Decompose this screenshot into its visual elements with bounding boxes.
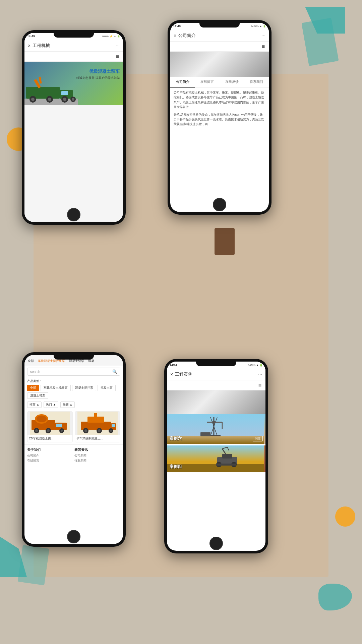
phone-1-hero-text: 优质混凝土泵车 竭诚为您服务 以客户的需求为先	[76, 68, 120, 80]
phone-4-home-btn[interactable]	[209, 537, 223, 550]
phone-4-case-6-label: 案例六	[170, 436, 182, 441]
phone-3-footer-link1-1[interactable]: 在线留言	[27, 459, 73, 463]
phone-2-title: 公司简介	[178, 33, 261, 39]
phone-2: 14:49 84.9K/s ▲ 🔋 × 公司简介 ··· ≡ 公司简介 在线留言…	[168, 20, 272, 215]
phone-3-footer-link2-0[interactable]: 公司新闻	[74, 453, 120, 458]
bg-teal-shape-bottom	[318, 584, 352, 610]
svg-point-45	[212, 421, 216, 424]
phone-1-signal-text: 0.6K/s	[102, 35, 109, 38]
phone-2-content: 公司产品有混凝土机械，其中泵车、拖泵、挖掘机、履带起重机、旋挖钻机、路面成套设备…	[170, 88, 269, 129]
phone-1: 14:49 0.6K/s ⚡ ▲ 🔋 × 工程机械 ··· ≡	[22, 30, 126, 225]
phone-1-title: 工程机械	[33, 43, 116, 49]
phone-3-home-btn[interactable]	[67, 530, 80, 543]
svg-point-33	[84, 429, 87, 432]
phone-3-cat-all[interactable]: 全部	[26, 358, 35, 364]
svg-rect-3	[61, 91, 68, 95]
phone-3-search-bar[interactable]: 🔍	[27, 368, 120, 376]
bg-brown-book	[215, 228, 235, 255]
phone-1-wifi-icon: ▲	[114, 35, 116, 38]
phone-3-sort-recommend[interactable]: 推荐 ▲	[27, 401, 42, 408]
phone-4-title: 工程案例	[175, 371, 258, 377]
phone-1-menu-bar: ≡	[24, 52, 123, 62]
phone-4-case-4-label: 案例四	[170, 464, 182, 470]
phone-2-notch	[199, 20, 240, 28]
phone-3-search-icon[interactable]: 🔍	[112, 369, 117, 374]
phone-3-search-input[interactable]	[30, 370, 112, 374]
phone-1-content	[24, 105, 123, 222]
phone-4-close-btn[interactable]: ×	[170, 372, 173, 377]
phone-4-case-6-btn[interactable]: 浏览	[253, 436, 263, 441]
phone-4-time: 14:51	[170, 363, 177, 367]
phone-1-status-icons: 0.6K/s ⚡ ▲ 🔋	[102, 35, 120, 38]
phone-4-screen: 14:51 146K/s ▲ 🔋 × 工程案例 ··· ≡	[167, 362, 265, 551]
phone-3-footer-heading2: 新闻资讯	[74, 447, 120, 452]
phone-4-header: × 工程案例 ···	[167, 368, 265, 380]
phone-3-sort-hot[interactable]: 热门 ▲	[44, 401, 58, 408]
phone-3-chip-mixer[interactable]: 车载混凝土搅拌泵	[41, 385, 71, 391]
phone-2-header: × 公司简介 ···	[170, 30, 269, 42]
phone-4-signal-text: 146K/s	[248, 364, 255, 366]
phone-4: 14:51 146K/s ▲ 🔋 × 工程案例 ··· ≡	[164, 359, 268, 553]
phone-1-hero: 优质混凝土泵车 竭诚为您服务 以客户的需求为先	[24, 62, 123, 105]
phone-4-hero-img	[167, 390, 265, 414]
phone-4-menu-bar: ≡	[167, 380, 265, 390]
svg-rect-51	[222, 454, 232, 459]
phone-2-menu-bar: ≡	[170, 42, 269, 52]
phone-1-close-btn[interactable]: ×	[28, 43, 31, 48]
phone-4-case-6-bg	[167, 414, 265, 444]
phone-3-footer: 关于我们 公司简介 在线留言 新闻资讯 公司新闻 行业新闻	[24, 444, 123, 466]
phone-3-chip-pump[interactable]: 混凝土泵	[98, 385, 116, 391]
phone-2-close-btn[interactable]: ×	[174, 33, 176, 38]
phone-1-hamburger-icon[interactable]: ≡	[116, 54, 119, 60]
phone-4-battery-icon: 🔋	[259, 364, 263, 367]
phone-4-case-4-bg	[167, 445, 265, 472]
phone-2-home-btn[interactable]	[213, 198, 226, 211]
phone-3-footer-link2-1[interactable]: 行业新闻	[74, 459, 120, 463]
phone-3-chip-mix2[interactable]: 混凝土搅拌泵	[72, 385, 96, 391]
phone-1-header: × 工程机械 ···	[24, 40, 123, 52]
phone-4-menu-btn[interactable]: ···	[258, 372, 262, 377]
phone-3-footer-link1-0[interactable]: 公司简介	[27, 453, 73, 458]
phone-3-sort-bar: 推荐 ▲ 热门 ▲ 最新 ▲	[24, 400, 123, 409]
phone-2-screen: 14:49 84.9K/s ▲ 🔋 × 公司简介 ··· ≡ 公司简介 在线留言…	[170, 23, 269, 212]
svg-rect-57	[216, 464, 236, 466]
phone-1-hero-subtitle: 竭诚为您服务 以客户的需求为先	[76, 76, 120, 80]
phone-1-menu-btn[interactable]: ···	[116, 43, 120, 48]
phone-2-para2: 秉承'品质改变世界'的使命，每年将销售收入的5%-7%用于研发，致力于将产品升级…	[174, 112, 265, 127]
phone-3-product-0[interactable]: C5车载混凝土搅...	[27, 411, 73, 442]
phone-2-tab-0[interactable]: 公司简介	[170, 77, 195, 88]
phone-3-product-0-name: C5车载混凝土搅...	[27, 435, 72, 442]
phone-3-sort-new[interactable]: 最新 ▲	[60, 401, 75, 408]
phone-1-home-btn[interactable]	[67, 208, 80, 221]
phone-4-hamburger-icon[interactable]: ≡	[258, 382, 261, 388]
svg-rect-5	[39, 77, 42, 84]
phone-2-time: 14:49	[173, 24, 181, 28]
phone-4-notch	[196, 359, 236, 366]
phone-2-tab-1[interactable]: 在线留言	[195, 77, 220, 88]
phone-3-product-grid: C5车载混凝土搅...	[24, 409, 123, 444]
phone-2-signal-text: 84.9K/s	[251, 25, 259, 28]
phone-2-status-icons: 84.9K/s ▲ 🔋	[251, 25, 266, 28]
phone-3-product-1[interactable]: 卡车式强制混凝土...	[75, 411, 120, 442]
phone-2-hamburger-icon[interactable]: ≡	[262, 44, 265, 50]
phone-1-notch	[54, 30, 94, 38]
phone-3-screen: 全部 车载混凝土搅拌机泵 混凝土臂泵 混凝 🔍 产品类型： 全部 车载混凝土搅拌…	[24, 355, 123, 544]
phone-2-menu-btn[interactable]: ···	[261, 33, 265, 38]
phone-4-case-6[interactable]: 案例六 浏览	[167, 414, 265, 444]
phone-3-chip-all[interactable]: 全部	[27, 385, 39, 391]
phone-3: 全部 车载混凝土搅拌机泵 混凝土臂泵 混凝 🔍 产品类型： 全部 车载混凝土搅拌…	[22, 352, 126, 547]
svg-point-21	[35, 429, 38, 432]
svg-rect-31	[94, 413, 97, 418]
phone-3-chip-boom[interactable]: 混凝土臂泵	[27, 392, 48, 399]
svg-rect-17	[56, 424, 62, 427]
phone-2-wifi-icon: ▲	[259, 25, 262, 28]
phone-2-tab-3[interactable]: 联系我们	[244, 77, 269, 88]
phone-3-footer-heading1: 关于我们	[27, 447, 73, 452]
phone-3-product-1-img	[75, 412, 120, 435]
phone-4-status-icons: 146K/s ▲ 🔋	[248, 364, 263, 367]
svg-point-9	[48, 98, 51, 101]
phone-2-hero-img	[170, 52, 269, 77]
phone-2-tab-2[interactable]: 在线反馈	[220, 77, 244, 88]
phone-2-tab-bar: 公司简介 在线留言 在线反馈 联系我们	[170, 77, 269, 88]
phone-4-case-4[interactable]: 案例四	[167, 445, 265, 472]
